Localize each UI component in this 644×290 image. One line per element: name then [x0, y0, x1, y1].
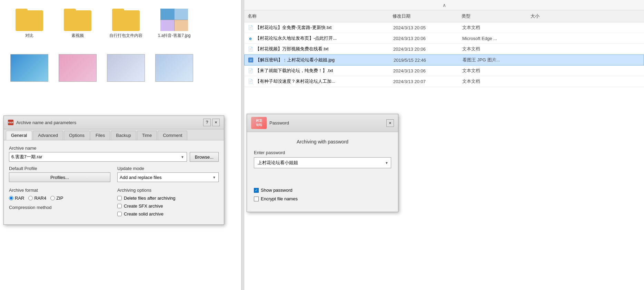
archive-name-row: Browse... [9, 152, 219, 162]
archive-name-input[interactable] [9, 152, 187, 162]
file-date: 2019/5/15 22:46 [394, 58, 463, 63]
archive-dialog-title: Archive name and parameters [16, 120, 76, 125]
list-item[interactable] [152, 54, 197, 82]
list-item[interactable] [103, 54, 148, 82]
radio-rar[interactable]: RAR [9, 196, 24, 201]
profiles-button[interactable]: Profiles... [9, 172, 110, 182]
encrypt-filenames-label: Encrypt file names [261, 196, 298, 201]
file-name: 【村花论坛永久地址发布页】-点此打开... [255, 35, 393, 41]
radio-rar4-input[interactable] [28, 196, 33, 200]
column-type-header[interactable]: 类型 [462, 13, 531, 19]
table-row[interactable]: e 【村花论坛永久地址发布页】-点此打开... 2024/3/13 20:06 … [244, 33, 644, 44]
list-item[interactable]: 自行打包文件内容 [103, 7, 148, 40]
file-date: 2024/3/13 20:06 [393, 68, 462, 73]
table-row[interactable]: 📄 【有种子却没速度？来村花论坛人工加... 2024/3/13 20:07 文… [244, 76, 644, 87]
tab-files[interactable]: Files [90, 131, 110, 140]
archive-dialog-body: Archive name Browse... Default Profile P… [4, 140, 224, 224]
password-dialog-title: Password [269, 120, 289, 126]
file-name: 【来了就能下载的论坛，纯免费！】.txt [255, 68, 393, 74]
password-input-wrapper: ▼ [254, 157, 391, 168]
txt-icon: 📄 [248, 68, 253, 73]
encrypt-filenames-checkbox[interactable] [254, 197, 259, 201]
password-input[interactable] [254, 157, 391, 168]
file-type: 文本文档 [462, 78, 531, 84]
radio-rar4[interactable]: RAR4 [28, 196, 46, 201]
table-row[interactable]: J 【解压密码】：上村花论坛看小姐姐.jpg 2019/5/15 22:46 看… [244, 54, 644, 66]
tab-comment[interactable]: Comment [158, 131, 187, 140]
txt-icon: 📄 [248, 25, 253, 30]
rar-app-icon: RAR [8, 120, 13, 125]
show-password-row: Show password [254, 188, 391, 193]
jpg-icon: J [248, 57, 254, 63]
list-item[interactable]: 素视频 [55, 7, 100, 40]
show-password-checkbox[interactable] [254, 188, 259, 193]
option-create-solid[interactable]: Create solid archive [117, 211, 219, 217]
password-dialog-titlebar: 村花论坛 Password × [247, 114, 398, 132]
update-mode-select-wrapper: Add and replace files [117, 172, 219, 182]
image-thumbnail [160, 9, 188, 31]
option-delete-files[interactable]: Delete files after archiving [117, 196, 219, 201]
list-item[interactable] [55, 54, 100, 82]
panel-separator[interactable] [241, 0, 244, 290]
archive-name-field: Archive name Browse... [9, 146, 219, 162]
show-password-label: Show password [261, 188, 293, 193]
tab-time[interactable]: Time [137, 131, 157, 140]
file-name: 【解压密码】：上村花论坛看小姐姐.jpg [256, 57, 394, 63]
encrypt-filenames-row: Encrypt file names [254, 196, 391, 201]
archiving-options-label: Archiving options [117, 188, 219, 193]
delete-files-checkbox[interactable] [117, 196, 122, 200]
txt-icon: 📄 [248, 46, 253, 52]
radio-zip-label: ZIP [56, 196, 63, 201]
file-label: 自行打包文件内容 [109, 33, 142, 39]
table-row[interactable]: 📄 【村花视频】万部视频免费在线看.txt 2024/3/13 20:06 文本… [244, 44, 644, 54]
password-dialog: 村花论坛 Password × Archiving with password … [247, 114, 398, 212]
update-mode-field: Update mode Add and replace files [117, 166, 219, 182]
create-sfx-checkbox[interactable] [117, 204, 122, 208]
create-sfx-label: Create SFX archive [124, 203, 163, 209]
browse-button[interactable]: Browse... [190, 152, 219, 162]
radio-rar-input[interactable] [9, 196, 13, 200]
file-label: 素视频 [71, 33, 84, 39]
file-label: 对比 [25, 33, 33, 39]
help-button[interactable]: ? [203, 119, 211, 126]
scroll-up-button[interactable]: ∧ [244, 0, 644, 10]
create-solid-checkbox[interactable] [117, 212, 122, 216]
image-thumbnail [59, 54, 97, 82]
radio-rar4-label: RAR4 [34, 196, 46, 201]
archive-format-radio-group: RAR RAR4 ZIP [9, 196, 110, 201]
option-create-sfx[interactable]: Create SFX archive [117, 203, 219, 209]
list-item[interactable]: 1.a抖音-害羞7.jpg [152, 7, 197, 40]
file-type: 看图王 JPG 图片... [463, 57, 532, 63]
dialog-two-col: Default Profile Profiles... Archive form… [9, 166, 219, 219]
tab-advanced[interactable]: Advanced [33, 131, 63, 140]
dialog-left-col: Default Profile Profiles... Archive form… [9, 166, 110, 219]
radio-zip-input[interactable] [50, 196, 55, 200]
file-type: 文本文档 [462, 46, 531, 52]
enter-password-label: Enter password [254, 150, 391, 155]
archive-format-label: Archive format [9, 188, 110, 193]
password-close-button[interactable]: × [386, 119, 394, 127]
table-row[interactable]: 📄 【来了就能下载的论坛，纯免费！】.txt 2024/3/13 20:06 文… [244, 66, 644, 76]
column-name-header[interactable]: 名称 [248, 13, 393, 19]
compression-method-label: Compression method [9, 205, 110, 210]
column-size-header[interactable]: 大小 [531, 13, 558, 19]
tab-general[interactable]: General [6, 131, 32, 140]
folder-icon [112, 9, 140, 31]
tab-options[interactable]: Options [64, 131, 90, 140]
tab-backup[interactable]: Backup [111, 131, 136, 140]
file-date: 2024/3/13 20:05 [393, 25, 462, 30]
list-item[interactable]: 对比 [7, 7, 52, 40]
file-name: 【有种子却没速度？来村花论坛人工加... [255, 78, 393, 84]
chevron-up-icon: ∧ [443, 2, 446, 8]
radio-zip[interactable]: ZIP [50, 196, 63, 201]
image-thumbnail [155, 54, 193, 82]
edge-icon: e [248, 36, 253, 41]
column-date-header[interactable]: 修改日期 [393, 13, 462, 19]
close-button[interactable]: × [212, 119, 220, 126]
dialog-right-col: Update mode Add and replace files Archiv… [117, 166, 219, 219]
folder-icon [64, 9, 91, 31]
list-item[interactable] [7, 54, 52, 82]
table-row[interactable]: 📄 【村花论坛】全免费-无套路-更新快.txt 2024/3/13 20:05 … [244, 22, 644, 33]
update-mode-select[interactable]: Add and replace files [117, 172, 219, 182]
update-mode-label: Update mode [117, 166, 219, 171]
